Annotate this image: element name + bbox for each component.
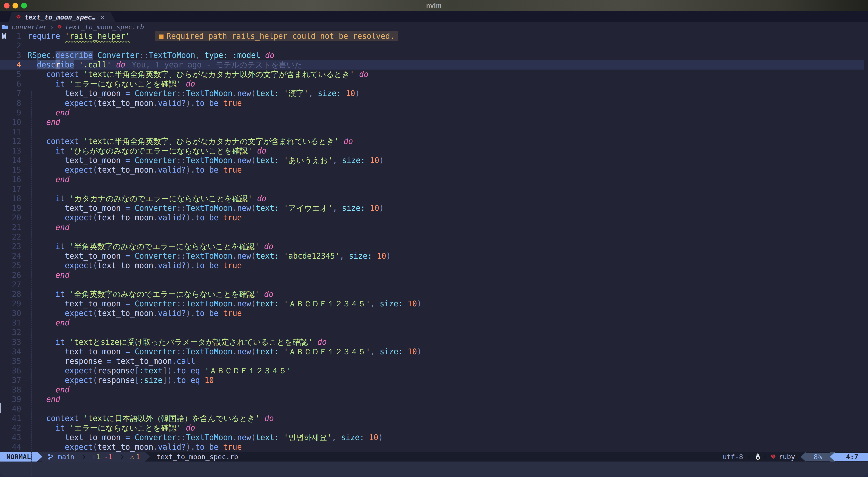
git-blame-annotation: You, 1 year ago - モデルのテストを書いた (132, 60, 303, 69)
code-line[interactable]: 40 (0, 404, 868, 414)
code-line[interactable]: 29 text_to_moon = Converter::TextToMoon.… (0, 299, 868, 308)
code-text: end (28, 117, 60, 127)
code-text: expect(text_to_moon.valid?).to be true (28, 442, 242, 452)
code-text: text_to_moon = Converter::TextToMoon.new… (28, 433, 383, 442)
ruby-file-icon (16, 14, 21, 20)
line-number: 20 (0, 213, 21, 222)
code-line[interactable]: 31 end (0, 318, 868, 328)
line-number: 44 (0, 442, 21, 452)
line-number: 18 (0, 194, 21, 203)
breadcrumb-folder[interactable]: converter (11, 23, 47, 31)
code-line[interactable]: 13 it 'ひらがなのみなのでエラーにならないことを確認' do (0, 146, 868, 156)
code-line[interactable]: 15 expect(text_to_moon.valid?).to be tru… (0, 165, 868, 175)
code-text: expect(response[:text]).to eq 'ＡＢＣＤＥ１２３４… (28, 366, 291, 376)
code-text: expect(response[:size]).to eq 10 (28, 376, 214, 385)
filetype-label: ruby (779, 453, 795, 461)
code-line[interactable]: 35 response = text_to_moon.call (0, 356, 868, 366)
line-number: 9 (0, 108, 21, 117)
code-line[interactable]: 20 expect(text_to_moon.valid?).to be tru… (0, 213, 868, 222)
code-text: it '半角英数字のみなのでエラーにならないことを確認' do (28, 242, 273, 251)
code-text: context 'textに半角全角英数字、ひらがなカタカナ以外の文字が含まれて… (28, 69, 368, 79)
code-line[interactable]: 34 text_to_moon = Converter::TextToMoon.… (0, 347, 868, 356)
line-number: 37 (0, 376, 21, 385)
code-line[interactable]: 9 end (0, 108, 868, 117)
breadcrumb-separator: › (50, 23, 54, 31)
window-title: nvim (0, 2, 868, 9)
line-number: 41 (0, 414, 21, 423)
code-text: text_to_moon = Converter::TextToMoon.new… (28, 251, 391, 261)
titlebar: nvim (0, 0, 868, 11)
code-line[interactable]: 26 end (0, 270, 868, 280)
line-number: 43 (0, 433, 21, 442)
line-number: 2 (0, 41, 21, 51)
diagnostic-warning-count: ⚠1 (130, 453, 140, 461)
line-number: 3 (0, 51, 21, 60)
code-line[interactable]: 14 text_to_moon = Converter::TextToMoon.… (0, 156, 868, 165)
code-line[interactable]: 11 (0, 127, 868, 137)
code-text: context 'textに日本語以外（韓国語）を含んでいるとき' do (28, 414, 274, 423)
code-text: it 'ひらがなのみなのでエラーにならないことを確認' do (28, 146, 267, 156)
code-line[interactable]: 6 it 'エラーにならないことを確認' do (0, 79, 868, 89)
powerline-separator (801, 452, 806, 461)
line-number: 26 (0, 270, 21, 280)
code-line[interactable]: 7 text_to_moon = Converter::TextToMoon.n… (0, 89, 868, 98)
thin-separator-icon (81, 454, 85, 459)
git-segment: main +1 -1 ⚠1 (42, 452, 145, 461)
statusbar-right: utf-8 ruby 8% 4:7 (720, 452, 868, 461)
code-line[interactable]: 2 (0, 41, 868, 51)
line-number: 7 (0, 89, 21, 98)
line-number: 42 (0, 423, 21, 433)
line-number: 16 (0, 175, 21, 184)
code-line[interactable]: 10 end (0, 117, 868, 127)
code-line[interactable]: 27 (0, 280, 868, 289)
code-line[interactable]: 43 text_to_moon = Converter::TextToMoon.… (0, 433, 868, 442)
code-line[interactable]: 4 describe '.call' doYou, 1 year ago - モ… (0, 60, 868, 69)
code-text: it 'textとsizeに受け取ったパラメータが設定されていることを確認' d… (28, 337, 327, 347)
folder-icon (2, 24, 8, 30)
code-line[interactable]: 30 expect(text_to_moon.valid?).to be tru… (0, 308, 868, 318)
code-editor[interactable]: 1Wrequire 'rails_helper'■Required path r… (0, 31, 868, 452)
code-line[interactable]: 24 text_to_moon = Converter::TextToMoon.… (0, 251, 868, 261)
tab-close-icon[interactable]: × (100, 13, 104, 21)
line-number: 39 (0, 394, 21, 404)
breadcrumb: converter › text_to_moon_spec.rb (0, 22, 868, 31)
code-line[interactable]: 39 end (0, 394, 868, 404)
tab-text-to-moon-spec[interactable]: text_to_moon_spec… × (8, 12, 116, 22)
code-line[interactable]: 21 end (0, 222, 868, 232)
code-text: end (28, 394, 60, 404)
code-line[interactable]: 22 (0, 232, 868, 242)
line-number: 27 (0, 280, 21, 289)
code-line[interactable]: 41 context 'textに日本語以外（韓国語）を含んでいるとき' do (0, 414, 868, 423)
code-line[interactable]: 8 expect(text_to_moon.valid?).to be true (0, 98, 868, 108)
code-line[interactable]: 5 context 'textに半角全角英数字、ひらがなカタカナ以外の文字が含ま… (0, 69, 868, 79)
code-line[interactable]: 12 context 'textに半角全角英数字、ひらがなカタカナの文字が含まれ… (0, 137, 868, 146)
code-line[interactable]: 23 it '半角英数字のみなのでエラーにならないことを確認' do (0, 242, 868, 251)
code-line[interactable]: 37 expect(response[:size]).to eq 10 (0, 376, 868, 385)
thin-separator-icon (764, 454, 768, 459)
code-line[interactable]: 17 (0, 184, 868, 194)
code-line[interactable]: 38 end (0, 385, 868, 394)
code-line[interactable]: 33 it 'textとsizeに受け取ったパラメータが設定されていることを確認… (0, 337, 868, 347)
code-line[interactable]: 28 it '全角英数字のみなのでエラーにならないことを確認' do (0, 289, 868, 299)
code-line[interactable]: 25 expect(text_to_moon.valid?).to be tru… (0, 261, 868, 270)
line-number: 35 (0, 356, 21, 366)
breadcrumb-file[interactable]: text_to_moon_spec.rb (65, 23, 144, 31)
code-line[interactable]: 44 expect(text_to_moon.valid?).to be tru… (0, 442, 868, 452)
code-text: it 'エラーにならないことを確認' do (28, 423, 195, 433)
statusbar-filename: text_to_moon_spec.rb (150, 452, 720, 461)
code-text: it '全角英数字のみなのでエラーにならないことを確認' do (28, 289, 273, 299)
command-line (0, 461, 868, 476)
code-line[interactable]: 19 text_to_moon = Converter::TextToMoon.… (0, 203, 868, 213)
code-text: RSpec.describe Converter::TextToMoon, ty… (28, 51, 274, 60)
code-line[interactable]: 42 it 'エラーにならないことを確認' do (0, 423, 868, 433)
code-line[interactable]: 36 expect(response[:text]).to eq 'ＡＢＣＤＥ１… (0, 366, 868, 376)
code-text: expect(text_to_moon.valid?).to be true (28, 165, 242, 175)
code-line[interactable]: 3RSpec.describe Converter::TextToMoon, t… (0, 51, 868, 60)
inline-diagnostic: ■Required path rails_helper could not be… (155, 31, 398, 41)
code-line[interactable]: 16 end (0, 175, 868, 184)
code-line[interactable]: 1Wrequire 'rails_helper'■Required path r… (0, 31, 868, 41)
line-number: 34 (0, 347, 21, 356)
code-line[interactable]: 32 (0, 328, 868, 337)
line-number: 38 (0, 385, 21, 394)
code-line[interactable]: 18 it 'カタカナのみなのでエラーにならないことを確認' do (0, 194, 868, 203)
